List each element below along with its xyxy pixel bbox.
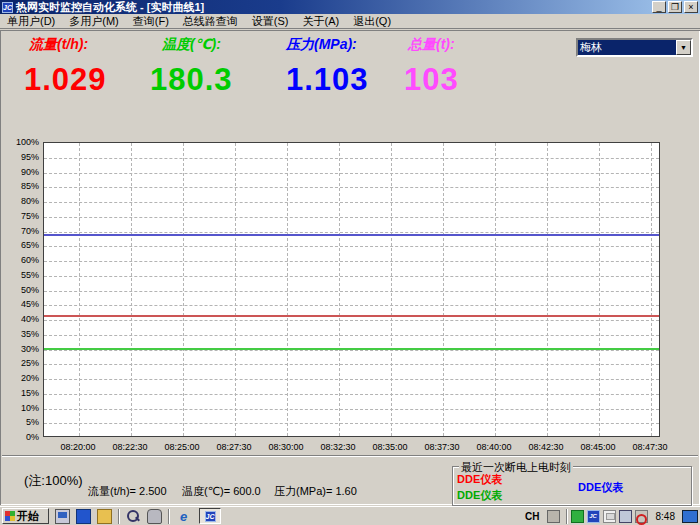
horizontal-separator: [2, 455, 698, 457]
temperature-label: 温度(℃):: [162, 36, 233, 54]
y-axis-label: 100%: [2, 137, 39, 147]
readout-temperature: 温度(℃): 180.3: [150, 36, 233, 98]
close-button-icon[interactable]: ×: [684, 1, 698, 13]
display-icon[interactable]: [682, 510, 698, 523]
y-axis-label: 85%: [2, 181, 39, 191]
trend-chart-plot-area: [43, 142, 660, 437]
x-axis-label: 08:22:30: [103, 442, 157, 452]
y-axis-label: 50%: [2, 285, 39, 295]
vertical-gridline: [599, 143, 600, 436]
horizontal-gridline: [44, 261, 659, 262]
x-axis-label: 08:37:30: [415, 442, 469, 452]
vertical-gridline: [443, 143, 444, 436]
series-line-温度: [44, 348, 659, 350]
x-axis-label: 08:42:30: [519, 442, 573, 452]
menu-item-exit[interactable]: 退出(Q): [346, 14, 398, 29]
x-axis-label: 08:27:30: [207, 442, 261, 452]
network-icon[interactable]: [619, 510, 632, 523]
horizontal-gridline: [44, 187, 659, 188]
menu-item-settings[interactable]: 设置(S): [245, 14, 296, 29]
y-axis-label: 60%: [2, 255, 39, 265]
x-axis-label: 08:47:30: [623, 442, 677, 452]
quick-launch-app-icon[interactable]: [76, 509, 91, 524]
vertical-gridline: [287, 143, 288, 436]
x-axis-label: 08:30:00: [259, 442, 313, 452]
pressure-value: 1.103: [286, 62, 369, 98]
x-axis-label: 08:35:00: [363, 442, 417, 452]
dde-meter-red: DDE仪表: [457, 472, 502, 487]
restore-button-icon[interactable]: ❐: [668, 1, 682, 13]
x-axis-label: 08:25:00: [155, 442, 209, 452]
menu-item-multi-user[interactable]: 多用户(M): [62, 14, 126, 29]
horizontal-gridline: [44, 158, 659, 159]
pressure-full-scale: 压力(MPa)= 1.60: [274, 484, 357, 499]
folder-icon[interactable]: [97, 509, 112, 524]
active-task-button[interactable]: JC: [199, 508, 221, 524]
flow-value: 1.029: [24, 62, 107, 98]
y-axis-label: 15%: [2, 388, 39, 398]
chevron-down-icon[interactable]: ▼: [676, 40, 691, 55]
menu-item-bus-query[interactable]: 总线路查询: [176, 14, 245, 29]
horizontal-gridline: [44, 305, 659, 306]
y-axis-label: 35%: [2, 329, 39, 339]
menu-item-single-user[interactable]: 单用户(D): [0, 14, 62, 29]
horizontal-gridline: [44, 409, 659, 410]
menu-bar: 单用户(D) 多用户(M) 查询(F) 总线路查询 设置(S) 关于(A) 退出…: [0, 14, 700, 29]
taskbar-separator: [566, 509, 568, 524]
search-icon[interactable]: [126, 509, 141, 524]
y-axis-label: 65%: [2, 240, 39, 250]
horizontal-gridline: [44, 276, 659, 277]
y-axis-label: 75%: [2, 211, 39, 221]
tray-status-icon[interactable]: [571, 510, 584, 523]
app-icon: JC: [205, 511, 216, 522]
vertical-gridline: [79, 143, 80, 436]
y-axis-label: 0%: [2, 432, 39, 442]
windows-logo-icon: [5, 511, 15, 521]
show-desktop-icon[interactable]: [55, 509, 70, 524]
vertical-gridline: [391, 143, 392, 436]
flag-icon[interactable]: [603, 510, 616, 523]
temperature-full-scale: 温度(℃)= 600.0: [182, 484, 261, 499]
total-value: 103: [404, 62, 459, 98]
y-axis-label: 5%: [2, 417, 39, 427]
vertical-gridline: [547, 143, 548, 436]
x-axis-label: 08:20:00: [51, 442, 105, 452]
dde-meter-blue: DDE仪表: [578, 480, 623, 495]
horizontal-gridline: [44, 246, 659, 247]
mouse-tool-icon[interactable]: [147, 509, 162, 524]
menu-item-query[interactable]: 查询(F): [126, 14, 176, 29]
y-axis-label: 10%: [2, 403, 39, 413]
chart-note: (注:100%): [24, 472, 83, 490]
menu-item-about[interactable]: 关于(A): [296, 14, 347, 29]
system-tray: CH JC 8:48: [521, 508, 698, 525]
printer-icon[interactable]: [547, 510, 560, 523]
pressure-label: 压力(MPa):: [286, 36, 369, 54]
minimize-button-icon[interactable]: _: [652, 1, 666, 13]
vertical-gridline: [651, 143, 652, 436]
x-axis-label: 08:32:30: [311, 442, 365, 452]
volume-muted-icon[interactable]: [635, 510, 648, 523]
readout-pressure: 压力(MPa): 1.103: [286, 36, 369, 98]
y-axis-label: 45%: [2, 299, 39, 309]
horizontal-gridline: [44, 173, 659, 174]
start-button[interactable]: 开始: [2, 508, 49, 524]
taskbar-clock[interactable]: 8:48: [656, 511, 675, 522]
tray-app-icon[interactable]: JC: [587, 510, 600, 523]
y-axis-label: 55%: [2, 270, 39, 280]
taskbar-separator: [118, 509, 120, 524]
temperature-value: 180.3: [150, 62, 233, 98]
horizontal-gridline: [44, 291, 659, 292]
vertical-gridline: [235, 143, 236, 436]
y-axis-label: 25%: [2, 358, 39, 368]
station-combobox[interactable]: 梅林 ▼: [576, 38, 693, 57]
x-axis-label: 08:45:00: [571, 442, 625, 452]
horizontal-gridline: [44, 232, 659, 233]
language-indicator[interactable]: CH: [521, 511, 543, 522]
start-button-label: 开始: [17, 509, 39, 524]
series-line-压力: [44, 234, 659, 236]
y-axis-label: 30%: [2, 344, 39, 354]
total-label: 总量(t):: [408, 36, 459, 54]
horizontal-gridline: [44, 394, 659, 395]
y-axis-label: 90%: [2, 167, 39, 177]
internet-explorer-icon[interactable]: e: [176, 509, 191, 524]
